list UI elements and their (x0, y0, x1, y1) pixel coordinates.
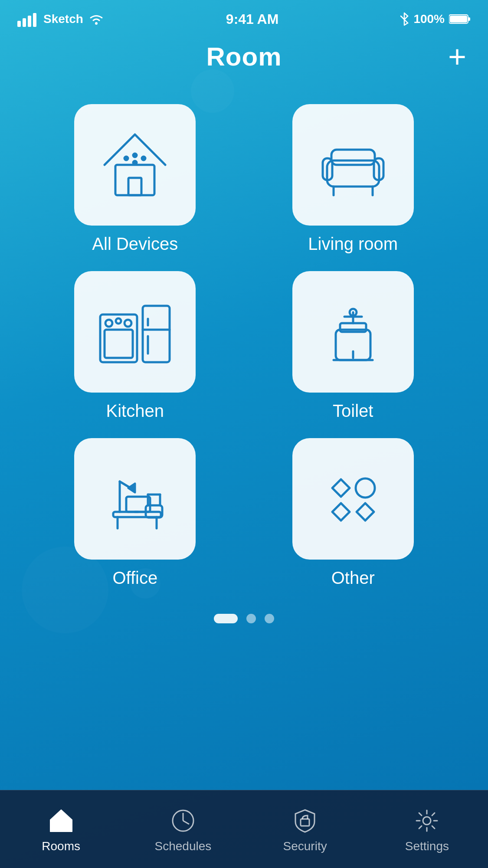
nav-label-settings: Settings (405, 839, 449, 853)
status-bar: Sketch 9:41 AM 100% (0, 0, 488, 35)
nav-icon-wrap-schedules (168, 806, 198, 836)
svg-marker-48 (332, 479, 350, 497)
svg-rect-3 (33, 13, 36, 27)
bottom-nav: Rooms Schedules Security (0, 790, 488, 868)
status-left: Sketch (17, 11, 105, 27)
toilet-icon (310, 288, 396, 375)
svg-rect-6 (468, 17, 470, 21)
schedules-nav-icon (170, 808, 196, 834)
svg-line-56 (183, 821, 189, 824)
battery-label: 100% (413, 12, 445, 26)
svg-marker-50 (332, 503, 350, 521)
svg-marker-47 (128, 484, 135, 492)
svg-point-4 (95, 22, 98, 25)
svg-rect-57 (301, 819, 309, 826)
svg-rect-9 (128, 178, 141, 195)
room-label-office: Office (112, 568, 157, 588)
svg-point-23 (116, 318, 121, 324)
svg-rect-8 (115, 165, 154, 195)
kitchen-icon (92, 288, 178, 375)
room-card-all-devices[interactable]: All Devices (35, 104, 236, 254)
page-dot-1[interactable] (214, 614, 238, 623)
svg-point-22 (105, 320, 112, 327)
room-label-living-room: Living room (308, 234, 398, 254)
rooms-nav-icon (48, 808, 74, 834)
nav-icon-wrap-rooms (46, 806, 76, 836)
battery-icon (449, 13, 471, 25)
room-label-kitchen: Kitchen (106, 401, 164, 421)
svg-marker-51 (357, 503, 374, 521)
nav-item-settings[interactable]: Settings (366, 806, 488, 853)
room-grid: All Devices Living room (0, 78, 488, 601)
room-card-office[interactable]: Office (35, 438, 236, 588)
security-nav-icon (292, 808, 318, 834)
wifi-icon (88, 13, 105, 26)
svg-rect-53 (58, 823, 65, 832)
nav-item-schedules[interactable]: Schedules (122, 806, 244, 853)
room-card-living-room[interactable]: Living room (253, 104, 454, 254)
svg-point-13 (133, 161, 137, 164)
room-label-toilet: Toilet (333, 401, 373, 421)
nav-label-schedules: Schedules (154, 839, 211, 853)
room-card-other[interactable]: Other (253, 438, 454, 588)
header: Room + (0, 35, 488, 78)
svg-rect-15 (331, 150, 375, 165)
page-title: Room (206, 42, 282, 72)
office-icon (92, 455, 178, 542)
page-dot-2[interactable] (246, 614, 256, 623)
add-room-button[interactable]: + (448, 41, 466, 72)
svg-point-24 (124, 320, 131, 327)
svg-point-58 (423, 817, 431, 825)
svg-point-49 (356, 478, 375, 498)
home-icon (92, 121, 178, 208)
nav-icon-wrap-settings (412, 806, 442, 836)
nav-item-security[interactable]: Security (244, 806, 366, 853)
page-indicators (0, 614, 488, 623)
svg-rect-7 (450, 16, 467, 23)
svg-point-11 (133, 154, 137, 157)
room-label-other: Other (331, 568, 375, 588)
svg-rect-0 (17, 21, 21, 27)
time-display: 9:41 AM (226, 11, 279, 27)
svg-rect-21 (105, 330, 133, 358)
nav-item-rooms[interactable]: Rooms (0, 806, 122, 853)
nav-label-rooms: Rooms (42, 839, 80, 853)
room-card-toilet[interactable]: Toilet (253, 271, 454, 421)
room-label-all-devices: All Devices (92, 234, 178, 254)
svg-point-12 (142, 157, 145, 160)
nav-label-security: Security (283, 839, 327, 853)
signal-icon (17, 11, 39, 27)
carrier-label: Sketch (43, 12, 83, 26)
svg-rect-1 (23, 18, 26, 27)
svg-point-10 (124, 157, 128, 160)
page-dot-3[interactable] (265, 614, 274, 623)
settings-nav-icon (414, 808, 440, 834)
room-card-kitchen[interactable]: Kitchen (35, 271, 236, 421)
svg-rect-2 (28, 16, 31, 27)
bluetooth-icon (400, 12, 409, 26)
svg-rect-25 (143, 306, 170, 362)
other-icon (310, 455, 396, 542)
nav-icon-wrap-security (290, 806, 320, 836)
status-right: 100% (400, 12, 471, 26)
sofa-icon (310, 121, 396, 208)
